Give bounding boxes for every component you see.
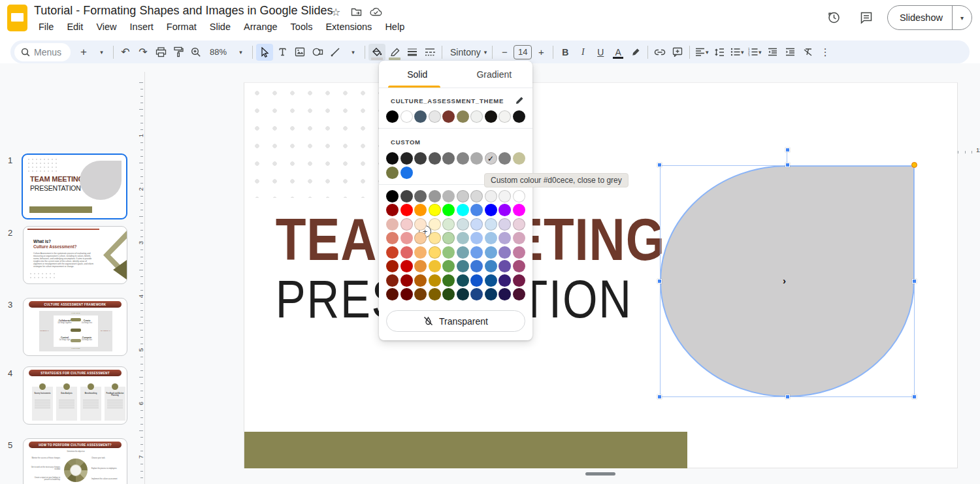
- slide-accent-bar[interactable]: [244, 432, 687, 469]
- resize-handle-s[interactable]: [785, 395, 790, 399]
- color-swatch[interactable]: [442, 260, 455, 272]
- color-swatch[interactable]: [442, 232, 455, 244]
- menu-tools[interactable]: Tools: [285, 20, 319, 33]
- color-swatch[interactable]: [498, 204, 511, 216]
- border-dash-button[interactable]: [421, 44, 438, 61]
- color-swatch[interactable]: [498, 232, 511, 244]
- color-swatch[interactable]: [442, 246, 455, 259]
- menu-format[interactable]: Format: [161, 20, 203, 33]
- menu-file[interactable]: File: [33, 20, 59, 33]
- color-swatch[interactable]: [386, 274, 399, 287]
- color-swatch[interactable]: [400, 167, 413, 179]
- color-swatch[interactable]: [400, 110, 413, 123]
- resize-handle-n[interactable]: [785, 163, 790, 167]
- insert-link-button[interactable]: [651, 44, 668, 61]
- color-swatch[interactable]: [457, 246, 469, 259]
- color-swatch[interactable]: [386, 260, 399, 272]
- insert-image-button[interactable]: [291, 44, 308, 61]
- color-swatch[interactable]: [513, 246, 525, 259]
- menu-extensions[interactable]: Extensions: [319, 20, 378, 33]
- font-size-field[interactable]: 14: [514, 44, 532, 61]
- color-swatch[interactable]: [485, 274, 497, 287]
- decrease-font-button[interactable]: −: [496, 44, 513, 61]
- text-color-button[interactable]: A: [610, 44, 627, 61]
- zoom-value[interactable]: 88%: [205, 44, 231, 61]
- new-slide-caret[interactable]: ▾: [93, 44, 110, 61]
- slideshow-caret-icon[interactable]: ▾: [953, 14, 972, 22]
- resize-handle-sw[interactable]: [657, 395, 662, 399]
- color-swatch[interactable]: [414, 232, 427, 244]
- highlight-button[interactable]: [627, 44, 644, 61]
- color-swatch[interactable]: [513, 232, 525, 244]
- undo-button[interactable]: ↶: [117, 44, 134, 61]
- color-swatch[interactable]: [470, 190, 483, 202]
- color-swatch[interactable]: [457, 218, 469, 231]
- move-folder-icon[interactable]: [351, 7, 362, 16]
- adjust-handle[interactable]: [911, 162, 917, 168]
- color-swatch[interactable]: [386, 110, 399, 123]
- color-swatch[interactable]: [386, 190, 399, 202]
- color-swatch[interactable]: ✓: [485, 152, 497, 165]
- zoom-caret[interactable]: ▾: [232, 44, 249, 61]
- color-swatch[interactable]: [429, 110, 441, 123]
- color-swatch[interactable]: [386, 204, 399, 216]
- color-swatch[interactable]: [498, 190, 511, 202]
- color-swatch[interactable]: [400, 152, 413, 165]
- color-swatch[interactable]: [429, 274, 441, 287]
- zoom-button[interactable]: [188, 44, 204, 61]
- slide-canvas[interactable]: TEAM MEETING PRESENTATION ›: [244, 82, 958, 468]
- slide-thumbnail-4[interactable]: STRATEGIES FOR CULTURE ASSESSMENT Survey…: [23, 366, 127, 425]
- color-swatch[interactable]: [457, 152, 469, 165]
- color-swatch[interactable]: [457, 110, 469, 123]
- color-swatch[interactable]: [498, 288, 511, 300]
- menu-help[interactable]: Help: [379, 20, 410, 33]
- color-swatch[interactable]: [513, 190, 525, 202]
- version-history-icon[interactable]: [822, 6, 845, 29]
- transparent-button[interactable]: Transparent: [386, 310, 525, 332]
- slides-logo-icon[interactable]: [7, 5, 27, 31]
- tab-solid[interactable]: Solid: [379, 61, 456, 88]
- menu-slide[interactable]: Slide: [204, 20, 237, 33]
- color-swatch[interactable]: [400, 288, 413, 300]
- new-slide-button[interactable]: +: [75, 44, 92, 61]
- color-swatch[interactable]: [442, 204, 455, 216]
- color-swatch[interactable]: [485, 218, 497, 231]
- color-swatch[interactable]: [470, 274, 483, 287]
- document-title[interactable]: Tutorial - Formating Shapes and Images i…: [34, 4, 333, 18]
- cloud-saved-icon[interactable]: [370, 7, 382, 16]
- slideshow-button[interactable]: Slideshow ▾: [887, 5, 972, 30]
- color-swatch[interactable]: [470, 110, 483, 123]
- clear-formatting-button[interactable]: [799, 44, 816, 61]
- color-swatch[interactable]: [429, 246, 441, 259]
- color-swatch[interactable]: [457, 232, 469, 244]
- color-swatch[interactable]: [400, 232, 413, 244]
- color-swatch[interactable]: [400, 218, 413, 231]
- color-swatch[interactable]: [485, 288, 497, 300]
- resize-handle-w[interactable]: [657, 279, 662, 283]
- align-button[interactable]: ▾: [693, 44, 710, 61]
- color-swatch[interactable]: [457, 204, 469, 216]
- select-tool-button[interactable]: [256, 44, 273, 61]
- color-swatch[interactable]: [457, 274, 469, 287]
- color-swatch[interactable]: [498, 246, 511, 259]
- color-swatch[interactable]: [414, 110, 427, 123]
- color-swatch[interactable]: [414, 274, 427, 287]
- color-swatch[interactable]: [485, 260, 497, 272]
- color-swatch[interactable]: [442, 190, 455, 202]
- color-swatch[interactable]: [513, 204, 525, 216]
- color-swatch[interactable]: [470, 232, 483, 244]
- color-swatch[interactable]: [470, 260, 483, 272]
- color-swatch[interactable]: [485, 246, 497, 259]
- underline-button[interactable]: U: [592, 44, 609, 61]
- color-swatch[interactable]: [414, 204, 427, 216]
- color-swatch[interactable]: [457, 260, 469, 272]
- color-swatch[interactable]: [429, 218, 441, 231]
- color-swatch[interactable]: [498, 274, 511, 287]
- color-swatch[interactable]: [498, 260, 511, 272]
- menu-arrange[interactable]: Arrange: [238, 20, 284, 33]
- color-swatch[interactable]: [513, 218, 525, 231]
- color-swatch[interactable]: [414, 246, 427, 259]
- color-swatch[interactable]: [400, 204, 413, 216]
- increase-indent-button[interactable]: [781, 44, 798, 61]
- color-swatch[interactable]: [400, 274, 413, 287]
